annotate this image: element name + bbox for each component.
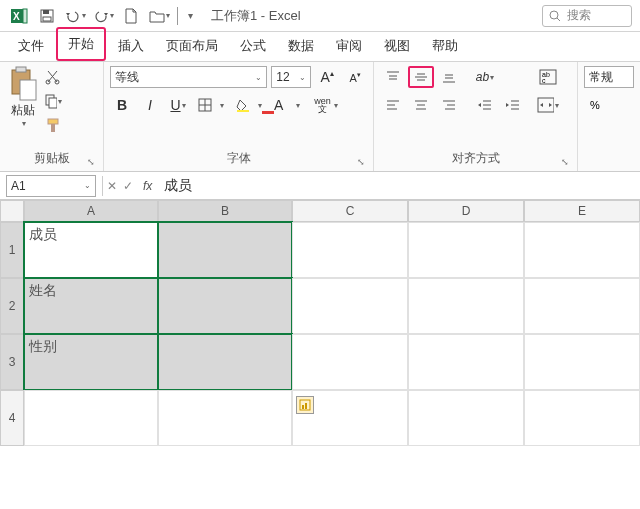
- col-header-B[interactable]: B: [158, 200, 292, 222]
- align-middle-icon[interactable]: [408, 66, 434, 88]
- quick-analysis-icon[interactable]: [296, 396, 314, 414]
- svg-rect-55: [305, 403, 307, 409]
- row-header-4[interactable]: 4: [0, 390, 24, 446]
- svg-rect-22: [237, 110, 249, 112]
- orientation-icon[interactable]: ab▾: [472, 66, 498, 88]
- cut-icon[interactable]: [44, 68, 62, 86]
- tab-help[interactable]: 帮助: [422, 31, 468, 61]
- increase-indent-icon[interactable]: [500, 94, 526, 116]
- redo-icon[interactable]: ▾: [90, 3, 116, 29]
- tab-page-layout[interactable]: 页面布局: [156, 31, 228, 61]
- bold-button[interactable]: B: [110, 94, 134, 116]
- cell-A2[interactable]: 姓名: [24, 278, 158, 334]
- group-alignment-label: 对齐方式: [452, 151, 500, 165]
- decrease-indent-icon[interactable]: [472, 94, 498, 116]
- group-clipboard-label: 剪贴板: [34, 151, 70, 165]
- svg-rect-18: [51, 124, 55, 132]
- cell-C2[interactable]: [292, 278, 408, 334]
- decrease-font-icon[interactable]: A▾: [343, 66, 367, 88]
- clipboard-launcher-icon[interactable]: ⤡: [87, 157, 95, 167]
- cancel-formula-icon[interactable]: ✕: [107, 179, 117, 193]
- open-folder-icon[interactable]: ▾: [146, 3, 172, 29]
- cell-A3[interactable]: 性别: [24, 334, 158, 390]
- cell-B1[interactable]: [158, 222, 292, 278]
- svg-rect-4: [43, 10, 49, 14]
- new-file-icon[interactable]: [118, 3, 144, 29]
- search-input[interactable]: 搜索: [542, 5, 632, 27]
- tab-data[interactable]: 数据: [278, 31, 324, 61]
- italic-button[interactable]: I: [138, 94, 162, 116]
- tab-file[interactable]: 文件: [8, 31, 54, 61]
- cell-B4[interactable]: [158, 390, 292, 446]
- worksheet-grid[interactable]: A B C D E 1 成员 2 姓名 3 性别 4: [0, 200, 640, 446]
- excel-app-icon[interactable]: X: [6, 3, 32, 29]
- font-color-button[interactable]: A▾: [270, 94, 304, 116]
- cell-D1[interactable]: [408, 222, 524, 278]
- formula-bar[interactable]: 成员: [156, 177, 640, 195]
- paste-button[interactable]: 粘贴 ▾: [6, 66, 40, 128]
- qat-customize-icon[interactable]: ▾: [183, 3, 197, 29]
- border-button[interactable]: ▾: [194, 94, 228, 116]
- font-size-select[interactable]: 12⌄: [271, 66, 311, 88]
- number-format-select[interactable]: 常规: [584, 66, 634, 88]
- cell-C3[interactable]: [292, 334, 408, 390]
- accounting-format-icon[interactable]: %: [584, 94, 608, 116]
- col-header-E[interactable]: E: [524, 200, 640, 222]
- cell-E3[interactable]: [524, 334, 640, 390]
- underline-button[interactable]: U▾: [166, 94, 190, 116]
- row-header-3[interactable]: 3: [0, 334, 24, 390]
- merge-center-icon[interactable]: ▾: [536, 94, 560, 116]
- formula-bar-row: A1⌄ ✕ ✓ fx 成员: [0, 172, 640, 200]
- cell-A4[interactable]: [24, 390, 158, 446]
- svg-text:X: X: [13, 11, 20, 22]
- align-bottom-icon[interactable]: [436, 66, 462, 88]
- copy-icon[interactable]: ▾: [44, 92, 62, 110]
- tab-home[interactable]: 开始: [56, 27, 106, 61]
- svg-rect-17: [48, 119, 58, 124]
- align-center-icon[interactable]: [408, 94, 434, 116]
- row-header-1[interactable]: 1: [0, 222, 24, 278]
- window-title: 工作簿1 - Excel: [197, 7, 542, 25]
- tab-view[interactable]: 视图: [374, 31, 420, 61]
- cell-B3[interactable]: [158, 334, 292, 390]
- font-name-select[interactable]: 等线⌄: [110, 66, 267, 88]
- svg-rect-16: [49, 98, 57, 108]
- align-top-icon[interactable]: [380, 66, 406, 88]
- fill-color-button[interactable]: ▾: [232, 94, 266, 116]
- row-header-2[interactable]: 2: [0, 278, 24, 334]
- wrap-text-icon[interactable]: abc: [536, 66, 560, 88]
- select-all-corner[interactable]: [0, 200, 24, 222]
- cell-D3[interactable]: [408, 334, 524, 390]
- cell-E4[interactable]: [524, 390, 640, 446]
- cell-C1[interactable]: [292, 222, 408, 278]
- increase-font-icon[interactable]: A▴: [315, 66, 339, 88]
- enter-formula-icon[interactable]: ✓: [123, 179, 133, 193]
- col-header-C[interactable]: C: [292, 200, 408, 222]
- align-left-icon[interactable]: [380, 94, 406, 116]
- cell-D4[interactable]: [408, 390, 524, 446]
- undo-icon[interactable]: ▾: [62, 3, 88, 29]
- save-icon[interactable]: [34, 3, 60, 29]
- col-header-D[interactable]: D: [408, 200, 524, 222]
- cell-E2[interactable]: [524, 278, 640, 334]
- group-alignment: ab▾ abc ▾ 对齐方式⤡: [374, 62, 578, 171]
- tab-review[interactable]: 审阅: [326, 31, 372, 61]
- phonetic-guide-button[interactable]: wen 文▾: [308, 94, 342, 116]
- alignment-launcher-icon[interactable]: ⤡: [561, 157, 569, 167]
- cell-B2[interactable]: [158, 278, 292, 334]
- cell-A1[interactable]: 成员: [24, 222, 158, 278]
- insert-function-icon[interactable]: fx: [143, 179, 152, 193]
- font-launcher-icon[interactable]: ⤡: [357, 157, 365, 167]
- cell-E1[interactable]: [524, 222, 640, 278]
- svg-rect-9: [16, 67, 26, 72]
- group-font-label: 字体: [227, 151, 251, 165]
- align-right-icon[interactable]: [436, 94, 462, 116]
- group-clipboard: 粘贴 ▾ ▾ 剪贴板⤡: [0, 62, 104, 171]
- svg-rect-5: [43, 17, 51, 21]
- format-painter-icon[interactable]: [44, 116, 62, 134]
- tab-insert[interactable]: 插入: [108, 31, 154, 61]
- cell-D2[interactable]: [408, 278, 524, 334]
- tab-formulas[interactable]: 公式: [230, 31, 276, 61]
- col-header-A[interactable]: A: [24, 200, 158, 222]
- name-box[interactable]: A1⌄: [6, 175, 96, 197]
